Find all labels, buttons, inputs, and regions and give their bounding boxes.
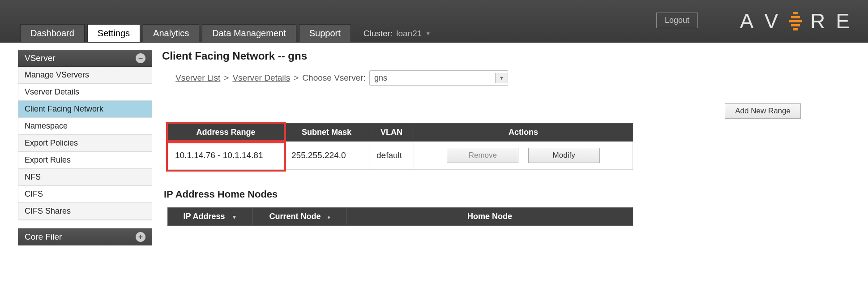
- col-home-node[interactable]: Home Node: [347, 208, 633, 226]
- top-bar: Logout A V R E Dashboard Settings Analyt…: [0, 0, 868, 43]
- sidebar-item-export-rules[interactable]: Export Rules: [18, 152, 152, 169]
- vserver-select-value: gns: [374, 73, 387, 83]
- sidebar-group-vserver[interactable]: VServer −: [18, 50, 152, 67]
- brand-logo: A V R E: [740, 9, 852, 33]
- page-title: Client Facing Network -- gns: [162, 50, 850, 62]
- tab-settings[interactable]: Settings: [87, 24, 140, 42]
- sidebar-item-client-facing-network[interactable]: Client Facing Network: [18, 101, 152, 118]
- col-ip-address[interactable]: IP Address ▼: [168, 208, 253, 226]
- logout-button[interactable]: Logout: [656, 13, 698, 28]
- col-actions: Actions: [414, 124, 633, 142]
- plus-icon: +: [136, 232, 145, 242]
- sidebar-item-export-policies[interactable]: Export Policies: [18, 135, 152, 152]
- table-row: 10.1.14.76 - 10.1.14.81 255.255.224.0 de…: [168, 142, 633, 170]
- col-label: IP Address: [184, 212, 225, 221]
- breadcrumb-separator: >: [224, 73, 229, 83]
- cell-address-range: 10.1.14.76 - 10.1.14.81: [168, 142, 284, 170]
- sort-icon: ♦: [327, 214, 330, 220]
- sidebar-item-vserver-details[interactable]: Vserver Details: [18, 84, 152, 101]
- modify-button[interactable]: Modify: [528, 148, 600, 163]
- main-tabs: Dashboard Settings Analytics Data Manage…: [20, 24, 431, 42]
- cluster-selector[interactable]: Cluster: loan21 ▼: [363, 29, 431, 42]
- sidebar-group-label: VServer: [25, 53, 56, 63]
- tab-data-management[interactable]: Data Management: [202, 24, 296, 42]
- logo-bars-icon: [789, 12, 802, 30]
- breadcrumb-vserver-list[interactable]: Vserver List: [175, 73, 220, 83]
- ip-home-nodes-table: IP Address ▼ Current Node ♦ Home Node: [167, 207, 633, 226]
- cluster-prefix: Cluster:: [363, 29, 393, 39]
- ip-home-nodes-title: IP Address Home Nodes: [164, 189, 850, 200]
- sidebar-group-label: Core Filer: [25, 232, 62, 242]
- sidebar-item-cifs-shares[interactable]: CIFS Shares: [18, 203, 152, 220]
- breadcrumb-choose-label: Choose Vserver:: [302, 73, 366, 83]
- breadcrumb-separator: >: [294, 73, 299, 83]
- vserver-select[interactable]: gns ▼: [369, 70, 508, 86]
- main-content: Client Facing Network -- gns Vserver Lis…: [162, 50, 868, 245]
- cluster-name: loan21: [396, 29, 422, 39]
- logo-letter: A: [740, 9, 757, 33]
- logo-letter: E: [836, 9, 852, 33]
- cell-subnet-mask: 255.255.224.0: [284, 142, 369, 170]
- cell-actions: Remove Modify: [414, 142, 633, 170]
- sort-desc-icon: ▼: [232, 214, 237, 220]
- tab-dashboard[interactable]: Dashboard: [20, 24, 85, 42]
- logo-letter: V: [764, 9, 781, 33]
- remove-button[interactable]: Remove: [447, 148, 518, 163]
- col-label: Home Node: [467, 212, 512, 221]
- logo-letter: R: [810, 9, 828, 33]
- col-address-range: Address Range: [168, 124, 284, 142]
- sidebar-item-namespace[interactable]: Namespace: [18, 118, 152, 135]
- tab-analytics[interactable]: Analytics: [143, 24, 199, 42]
- col-subnet-mask: Subnet Mask: [284, 124, 369, 142]
- cell-vlan: default: [369, 142, 414, 170]
- sidebar-group-core-filer[interactable]: Core Filer +: [18, 228, 152, 245]
- minus-icon: −: [136, 53, 145, 63]
- chevron-down-icon: ▼: [425, 30, 431, 37]
- col-label: Current Node: [269, 212, 321, 221]
- sidebar: VServer − Manage VServers Vserver Detail…: [18, 50, 152, 245]
- add-new-range-button[interactable]: Add New Range: [725, 103, 801, 119]
- sidebar-item-manage-vservers[interactable]: Manage VServers: [18, 67, 152, 84]
- sidebar-item-cifs[interactable]: CIFS: [18, 186, 152, 203]
- sidebar-item-nfs[interactable]: NFS: [18, 169, 152, 186]
- col-current-node[interactable]: Current Node ♦: [253, 208, 347, 226]
- breadcrumb: Vserver List > Vserver Details > Choose …: [175, 70, 850, 86]
- chevron-down-icon: ▼: [495, 73, 508, 83]
- col-vlan: VLAN: [369, 124, 414, 142]
- tab-support[interactable]: Support: [299, 24, 351, 42]
- address-range-table: Address Range Subnet Mask VLAN Actions 1…: [167, 123, 633, 170]
- breadcrumb-vserver-details[interactable]: Vserver Details: [232, 73, 290, 83]
